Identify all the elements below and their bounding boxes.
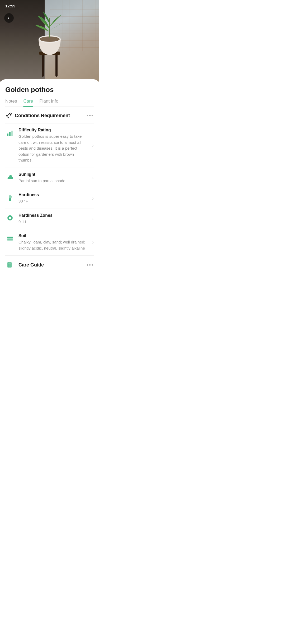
hardiness-zones-title: Hardiness Zones (18, 213, 88, 218)
care-guide-left: Care Guide (5, 260, 44, 270)
soil-content: Soil Chalky, loam, clay, sand; well drai… (18, 233, 88, 251)
sunlight-chevron-icon[interactable]: › (92, 175, 94, 181)
difficulty-content: Difficulty Rating Golden pothos is super… (18, 128, 88, 163)
section-title: Conditions Requirement (15, 113, 70, 118)
svg-rect-16 (11, 131, 13, 136)
hardiness-zones-chevron-icon[interactable]: › (92, 216, 94, 222)
plant-stand (34, 11, 65, 85)
soil-icon (5, 234, 15, 243)
soil-chevron-icon[interactable]: › (92, 240, 94, 245)
status-time: 12:59 (5, 4, 15, 8)
care-guide-more-button[interactable]: ••• (87, 262, 94, 268)
content-card: Golden pothos Notes Care Plant Info Cond… (0, 79, 99, 272)
hardiness-chevron-icon[interactable]: › (92, 196, 94, 201)
tab-care[interactable]: Care (23, 99, 33, 107)
care-guide-title: Care Guide (18, 262, 44, 268)
plant-name: Golden pothos (5, 86, 94, 94)
list-item-hardiness: Hardiness 30 °F › (5, 188, 94, 209)
soil-desc: Chalky, loam, clay, sand; well drained; … (18, 239, 88, 251)
book-icon (5, 260, 15, 270)
section-header: Conditions Requirement ••• (5, 107, 94, 123)
back-chevron-icon: ‹ (8, 16, 9, 20)
svg-rect-30 (8, 264, 11, 264)
sunlight-desc: Partial sun to partial shade (18, 178, 88, 184)
section-more-button[interactable]: ••• (87, 113, 94, 119)
sunlight-title: Sunlight (18, 172, 88, 177)
hardiness-title: Hardiness (18, 192, 88, 197)
tab-notes[interactable]: Notes (5, 99, 17, 107)
svg-rect-26 (7, 238, 13, 240)
conditions-icon (5, 112, 12, 119)
back-button[interactable]: ‹ (4, 13, 14, 23)
svg-point-13 (10, 113, 11, 114)
svg-rect-20 (10, 198, 11, 200)
care-guide-section: Care Guide ••• (5, 255, 94, 272)
sunlight-content: Sunlight Partial sun to partial shade (18, 172, 88, 184)
hardiness-desc: 30 °F (18, 198, 88, 204)
svg-point-24 (9, 217, 11, 219)
cloud-sun-icon (5, 173, 15, 182)
difficulty-desc: Golden pothos is super easy to take care… (18, 134, 88, 163)
status-bar: 12:59 (0, 0, 99, 10)
list-item-hardiness-zones: Hardiness Zones 9-11 › (5, 209, 94, 229)
difficulty-title: Difficulty Rating (18, 128, 88, 132)
svg-rect-31 (8, 265, 10, 265)
section-title-row: Conditions Requirement (5, 112, 70, 119)
hardiness-zones-content: Hardiness Zones 9-11 (18, 213, 88, 225)
hero-image: ‹ (0, 0, 99, 85)
thermometer-icon (5, 193, 15, 203)
difficulty-chevron-icon[interactable]: › (92, 143, 94, 148)
location-icon (5, 214, 15, 223)
hardiness-zones-desc: 9-11 (18, 219, 88, 225)
hardiness-content: Hardiness 30 °F (18, 192, 88, 204)
tab-plant-info[interactable]: Plant Info (39, 99, 58, 107)
list-item-sunlight: Sunlight Partial sun to partial shade › (5, 168, 94, 188)
svg-rect-25 (7, 237, 13, 238)
list-item-difficulty: Difficulty Rating Golden pothos is super… (5, 123, 94, 168)
svg-rect-15 (9, 132, 11, 136)
svg-rect-27 (7, 240, 13, 241)
svg-rect-6 (42, 53, 44, 77)
chart-bar-icon (5, 128, 15, 138)
tabs-container: Notes Care Plant Info (5, 99, 94, 107)
svg-rect-7 (55, 53, 58, 77)
soil-title: Soil (18, 233, 88, 238)
svg-rect-14 (7, 134, 8, 136)
list-item-soil: Soil Chalky, loam, clay, sand; well drai… (5, 229, 94, 255)
